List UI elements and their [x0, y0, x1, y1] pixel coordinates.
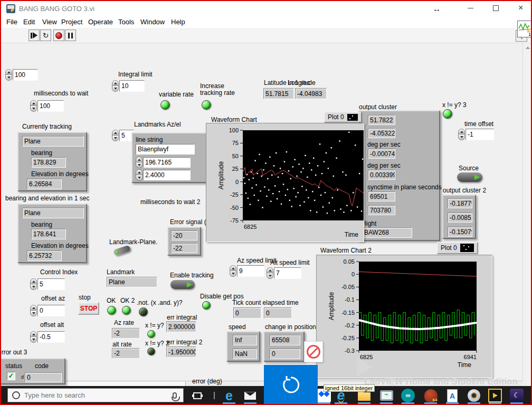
monitor-app-icon[interactable]: ~: [379, 388, 394, 403]
vertical-scrollbar[interactable]: [522, 43, 532, 381]
spinner-icon[interactable]: [230, 265, 236, 277]
ni-logo-icon: [357, 358, 373, 377]
taskbar-underline: [318, 402, 330, 404]
svg-text:0.05: 0.05: [344, 258, 355, 265]
taskbar-underline: [335, 402, 347, 404]
menu-view[interactable]: View: [42, 18, 57, 26]
spinner-icon[interactable]: [136, 169, 142, 181]
integral-limit-control[interactable]: 10: [112, 80, 145, 92]
variable-rate-led: [160, 100, 170, 110]
landmarks-label: Landmarks Az/el: [134, 121, 181, 128]
landmarks-cluster: line string Blaenplwyf 196.7165 2.4000: [131, 132, 210, 183]
spinner-icon[interactable]: [458, 129, 465, 140]
deg-per-sec-label: deg per sec: [367, 141, 401, 148]
resize-cursor-icon: ↔: [433, 4, 441, 13]
ms-wait-control[interactable]: 100: [30, 100, 64, 112]
offset-az-control[interactable]: 0: [30, 305, 65, 316]
output-v2: -4.05322: [368, 128, 395, 138]
task-view-button[interactable]: [190, 388, 205, 403]
landmark-az-control[interactable]: 196.7165: [136, 157, 191, 168]
gimp-icon[interactable]: 64: [423, 388, 438, 403]
spinner-icon[interactable]: [30, 278, 37, 290]
numeric-control-top[interactable]: 100: [5, 69, 38, 81]
edge-icon[interactable]: e: [222, 388, 236, 403]
pause-button[interactable]: [65, 30, 76, 41]
tick-count-v1: 0: [233, 307, 261, 319]
landmark-plane-toggle[interactable]: [113, 245, 131, 256]
spinner-icon[interactable]: [136, 157, 142, 168]
control-index-control[interactable]: 5: [30, 278, 65, 290]
alt-speed-control[interactable]: 7: [267, 267, 301, 279]
menu-tools[interactable]: Tools: [118, 18, 134, 26]
taskbar-search[interactable]: [7, 388, 184, 402]
stellarium-icon[interactable]: ☾: [509, 388, 524, 403]
az-speed-control[interactable]: 9: [230, 265, 264, 277]
search-input[interactable]: [24, 391, 173, 399]
line-string-field[interactable]: Blaenplwyf: [136, 144, 195, 155]
spinner-icon[interactable]: [5, 69, 12, 81]
flight-field: BAW268: [362, 227, 412, 238]
svg-text:-0.3: -0.3: [345, 348, 355, 354]
webcam-app-icon[interactable]: [467, 388, 481, 403]
spinner-icon[interactable]: [112, 80, 119, 92]
spinner-icon[interactable]: [112, 130, 119, 141]
svg-text:-0.25: -0.25: [341, 335, 355, 341]
taskbar-separator: [211, 388, 217, 403]
menu-bar: File Edit View Project Operate Tools Win…: [1, 16, 531, 28]
change-pos-cluster: 65508 0: [263, 331, 305, 362]
run-button[interactable]: [28, 30, 40, 41]
synctime-label: synctime in plane seconds: [367, 184, 442, 191]
error-signal-label: Error signal (: [170, 219, 206, 226]
stop-button[interactable]: STOP: [78, 302, 99, 315]
chart1-legend[interactable]: Plot 0: [324, 112, 362, 122]
scroll-up-icon[interactable]: [526, 46, 530, 49]
spinner-icon[interactable]: [30, 331, 37, 343]
line-string-label: line string: [136, 136, 163, 143]
close-button[interactable]: ×: [518, 3, 523, 13]
latitude-label: Latitude in 1 sec: [264, 80, 310, 86]
maximize-button[interactable]: [493, 5, 499, 11]
source-switch[interactable]: [457, 172, 482, 182]
stop-label: stop: [79, 294, 91, 301]
chart2-legend-swatch: [460, 244, 474, 252]
run-continuous-button[interactable]: ↻: [40, 30, 51, 41]
labview-taskbar-icon[interactable]: [488, 388, 502, 403]
menu-window[interactable]: Window: [140, 18, 165, 26]
tracking-name-field: Plane: [22, 136, 84, 147]
source-label: Source: [459, 165, 479, 172]
restart-tile[interactable]: [264, 365, 318, 405]
menu-help[interactable]: Help: [171, 18, 185, 26]
microphone-icon[interactable]: [173, 392, 177, 399]
document-app-icon[interactable]: A: [445, 388, 460, 403]
output-v1: 51.7822: [368, 115, 395, 125]
minimize-button[interactable]: [468, 8, 473, 8]
enable-tracking-switch[interactable]: [170, 280, 195, 289]
landmarks-index-control[interactable]: 5: [112, 130, 134, 141]
menu-edit[interactable]: Edit: [23, 18, 35, 26]
deg-per-sec-label2: deg per sec: [367, 162, 401, 169]
time-offset-control[interactable]: -1: [458, 129, 494, 140]
arduino-icon[interactable]: ∞: [401, 388, 415, 403]
vi-icon[interactable]: 1: [517, 21, 532, 37]
mail-icon[interactable]: [243, 388, 258, 403]
landmark-plane-label: Landmark-Plane.: [109, 239, 157, 246]
vi-icon-number: 1: [528, 32, 531, 37]
spinner-icon[interactable]: [30, 100, 37, 112]
spinner-icon[interactable]: [30, 305, 37, 316]
menu-file[interactable]: File: [6, 18, 17, 26]
landmark-el-control[interactable]: 2.4000: [136, 169, 191, 181]
menu-operate[interactable]: Operate: [88, 18, 113, 26]
abort-button[interactable]: [53, 30, 64, 41]
spinner-icon[interactable]: [267, 267, 273, 279]
waveform-chart: 1007550250-25-50-756825AmplitudeTime: [206, 123, 364, 242]
chart2-legend[interactable]: Plot 0: [437, 242, 478, 254]
x-ne-y-led: [147, 330, 155, 338]
output-cluster2: -0.18779 -0.00851 -0.15079: [442, 195, 476, 239]
taskbar-underline: [358, 402, 370, 404]
offset-alt-control[interactable]: -0.5: [30, 331, 65, 343]
svg-text:6941: 6941: [464, 354, 477, 360]
error-signal-cluster: -20 -22: [167, 227, 201, 256]
ms-wait2-label: milliseconds to wait 2: [140, 199, 200, 206]
chart2-title: Waveform Chart 2: [320, 247, 372, 254]
menu-project[interactable]: Project: [61, 18, 82, 26]
